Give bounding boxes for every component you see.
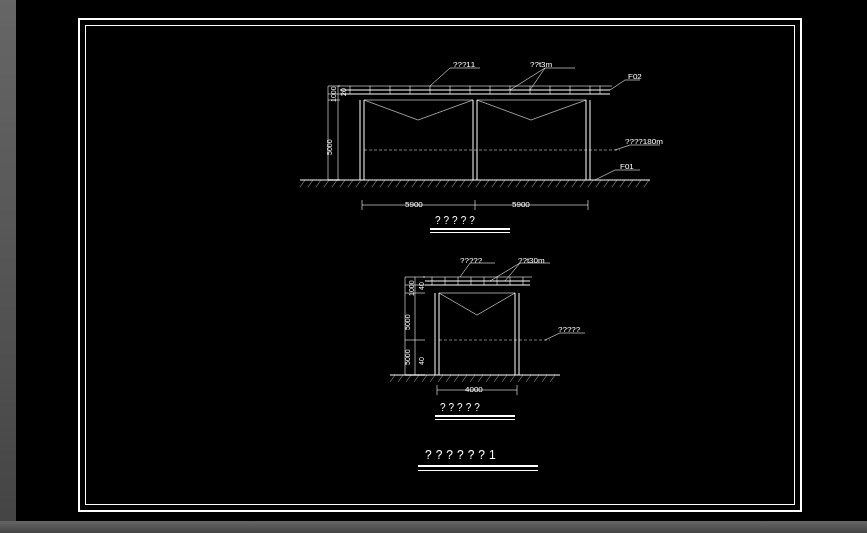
top-span-left: 5900 <box>405 200 423 209</box>
top-label-left: ???11 <box>453 60 475 69</box>
svg-line-21 <box>460 180 465 187</box>
svg-line-25 <box>492 180 497 187</box>
horizontal-ruler <box>0 521 867 533</box>
main-title: ??????1 <box>425 448 500 462</box>
svg-line-117 <box>550 375 555 382</box>
svg-line-113 <box>518 375 523 382</box>
svg-line-11 <box>380 180 385 187</box>
svg-line-44 <box>644 180 649 187</box>
svg-line-30 <box>532 180 537 187</box>
svg-line-36 <box>580 180 585 187</box>
svg-line-107 <box>470 375 475 382</box>
top-f01: F01 <box>620 162 634 171</box>
drawing-frame-outer: ???11 ??t3m F02 F01 ????180m 1000 20 500… <box>78 18 802 512</box>
svg-line-5 <box>332 180 337 187</box>
bottom-dim-40b: 40 <box>418 357 425 365</box>
bottom-title-underline1 <box>435 415 515 417</box>
svg-line-94 <box>595 170 615 180</box>
svg-line-10 <box>372 180 377 187</box>
svg-line-27 <box>508 180 513 187</box>
svg-line-149 <box>505 263 520 281</box>
svg-line-104 <box>446 375 451 382</box>
svg-line-28 <box>516 180 521 187</box>
svg-line-105 <box>454 375 459 382</box>
svg-line-15 <box>412 180 417 187</box>
svg-line-19 <box>444 180 449 187</box>
svg-line-14 <box>404 180 409 187</box>
svg-line-70 <box>477 100 531 120</box>
svg-line-43 <box>636 180 641 187</box>
top-label-right: ??t3m <box>530 60 552 69</box>
main-title-underline2 <box>418 470 538 471</box>
svg-line-13 <box>396 180 401 187</box>
top-title-underline1 <box>430 228 510 230</box>
svg-line-38 <box>596 180 601 187</box>
svg-line-33 <box>556 180 561 187</box>
svg-line-4 <box>324 180 329 187</box>
svg-line-23 <box>476 180 481 187</box>
svg-line-133 <box>439 293 477 315</box>
svg-line-109 <box>486 375 491 382</box>
svg-line-152 <box>545 333 560 340</box>
svg-line-2 <box>308 180 313 187</box>
svg-line-115 <box>534 375 539 382</box>
svg-line-108 <box>478 375 483 382</box>
svg-line-85 <box>430 68 450 86</box>
svg-line-112 <box>510 375 515 382</box>
svg-line-40 <box>612 180 617 187</box>
svg-line-42 <box>628 180 633 187</box>
svg-line-29 <box>524 180 529 187</box>
svg-line-111 <box>502 375 507 382</box>
svg-line-101 <box>422 375 427 382</box>
svg-line-69 <box>418 100 473 120</box>
svg-line-147 <box>460 263 470 277</box>
bottom-title: ????? <box>440 402 483 413</box>
svg-line-8 <box>356 180 361 187</box>
vertical-ruler <box>0 0 16 533</box>
bottom-dim-5000a: 5000 <box>404 314 411 330</box>
svg-line-12 <box>388 180 393 187</box>
svg-line-106 <box>462 375 467 382</box>
svg-line-87 <box>530 68 545 90</box>
svg-line-9 <box>364 180 369 187</box>
svg-line-88 <box>510 68 545 90</box>
svg-line-100 <box>414 375 419 382</box>
top-dim-5000: 5000 <box>326 139 333 155</box>
bottom-right-label: ????? <box>558 325 580 334</box>
svg-line-116 <box>542 375 547 382</box>
svg-line-90 <box>610 80 625 90</box>
bottom-dim-5000b: 5000 <box>404 349 411 365</box>
svg-line-17 <box>428 180 433 187</box>
svg-line-134 <box>477 293 515 315</box>
svg-line-32 <box>548 180 553 187</box>
svg-line-110 <box>494 375 499 382</box>
svg-line-99 <box>406 375 411 382</box>
svg-line-97 <box>390 375 395 382</box>
bottom-label-top-right: ??t30m <box>518 256 545 265</box>
svg-line-20 <box>452 180 457 187</box>
top-dim-20: 20 <box>340 88 347 96</box>
top-span-right: 5900 <box>512 200 530 209</box>
bottom-span: 4000 <box>465 385 483 394</box>
svg-line-98 <box>398 375 403 382</box>
bottom-title-underline2 <box>435 419 515 420</box>
bottom-dim-1000: 1000 <box>408 280 415 296</box>
svg-line-41 <box>620 180 625 187</box>
svg-line-6 <box>340 180 345 187</box>
svg-line-37 <box>588 180 593 187</box>
svg-line-39 <box>604 180 609 187</box>
svg-line-34 <box>564 180 569 187</box>
main-title-underline1 <box>418 465 538 467</box>
svg-line-7 <box>348 180 353 187</box>
svg-line-102 <box>430 375 435 382</box>
top-f02: F02 <box>628 72 642 81</box>
bottom-dim-40: 40 <box>418 282 425 290</box>
top-title: ????? <box>435 215 478 226</box>
bottom-label-top: ????? <box>460 256 482 265</box>
svg-line-35 <box>572 180 577 187</box>
svg-line-71 <box>531 100 586 120</box>
svg-line-31 <box>540 180 545 187</box>
top-beam-label: ????180m <box>625 137 663 146</box>
svg-line-150 <box>490 263 520 281</box>
svg-line-26 <box>500 180 505 187</box>
